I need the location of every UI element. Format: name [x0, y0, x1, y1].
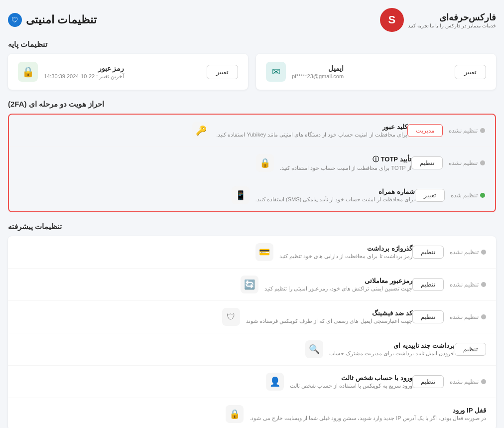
item-text-yubikey: کلید عبور برای محافظت از امنیت حساب خود …	[216, 123, 407, 138]
item-left-totp: تنظیم نشده تنظیم	[411, 156, 485, 169]
item-icon-anti_phishing: 🛡	[222, 308, 240, 326]
btn-yubikey[interactable]: مدیریت	[407, 124, 443, 137]
status-badge-withdrawal: تنظیم نشده	[450, 249, 486, 256]
item-title-ip_lock: قفل IP ورود	[250, 407, 486, 414]
twofa-section: تنظیم نشده مدیریت کلید عبور برای محافظت …	[8, 114, 496, 212]
item-desc-withdrawal: رمز برداشت تا برای محافظت از دارایی های …	[279, 253, 412, 260]
email-title: ایمیل	[292, 64, 344, 72]
logo-text-area: فارکس‌حرفه‌ای خدمات متمایز در فارکس را ب…	[408, 12, 496, 28]
item-left-trade_password: تنظیم نشده تنظیم	[412, 278, 486, 291]
item-left-withdrawal: تنظیم نشده تنظیم	[412, 246, 486, 259]
item-title-mobile: شماره همراه	[255, 188, 415, 195]
email-icon: ✉	[266, 62, 286, 82]
advanced-item-withdrawal: تنظیم نشده تنظیم گذرواژه برداشت رمز بردا…	[8, 236, 496, 269]
status-badge-trade_password: تنظیم نشده	[450, 281, 486, 288]
item-text-trade_password: رمزعبور معاملاتی جهت تضمین ایمنی تراکنش …	[264, 277, 412, 292]
item-right-ip_lock: قفل IP ورود در صورت فعال بودن، اگر با یک…	[18, 405, 486, 423]
logo-title: فارکس‌حرفه‌ای	[408, 12, 496, 23]
btn-trade_password[interactable]: تنظیم	[412, 278, 444, 291]
last-change-value: 22-10-2024 14:30:39	[44, 73, 95, 79]
item-right-totp: تأیید ⓘ TOTP از TOTP برای محافظت از امنی…	[19, 154, 411, 172]
advanced-item-ip_lock: قفل IP ورود در صورت فعال بودن، اگر با یک…	[8, 398, 496, 428]
item-right-yubikey: کلید عبور برای محافظت از امنیت حساب خود …	[19, 122, 407, 140]
status-text-trade_password: تنظیم نشده	[450, 281, 479, 288]
item-text-backup_email: برداشت چند تاییدیه ای افزودن ایمیل تایید…	[329, 342, 455, 357]
item-desc-mobile: برای محافظت از امنیت حساب خود از تأیید پ…	[255, 196, 415, 203]
password-title: رمز عبور	[44, 64, 124, 72]
item-title-backup_email: برداشت چند تاییدیه ای	[329, 342, 455, 349]
item-right-backup_email: برداشت چند تاییدیه ای افزودن ایمیل تایید…	[18, 340, 455, 358]
item-left-yubikey: تنظیم نشده مدیریت	[407, 124, 485, 137]
item-left-third_party: تنظیم نشده تنظیم	[412, 375, 486, 388]
item-title-trade_password: رمزعبور معاملاتی	[264, 277, 412, 285]
advanced-item-anti_phishing: تنظیم نشده تنظیم کد ضد فیشینگ جهت اعتبار…	[8, 301, 496, 333]
status-text-totp: تنظیم نشده	[449, 159, 478, 166]
advanced-item-third_party: تنظیم نشده تنظیم ورود با حساب شخص ثالث و…	[8, 366, 496, 398]
item-desc-backup_email: افزودن ایمیل تایید برداشت برای مدیریت مش…	[329, 350, 455, 357]
status-text-yubikey: تنظیم نشده	[449, 127, 478, 134]
item-title-totp: تأیید ⓘ TOTP	[280, 155, 411, 164]
status-badge-totp: تنظیم نشده	[449, 159, 485, 166]
item-text-third_party: ورود با حساب شخص ثالث ورود سریع به کوینک…	[290, 374, 412, 389]
item-icon-ip_lock: 🔒	[226, 405, 244, 423]
item-title-withdrawal: گذرواژه برداشت	[279, 245, 412, 252]
item-desc-third_party: ورود سریع به کوینکس با استفاده از حساب ش…	[290, 383, 412, 389]
top-header: فارکس‌حرفه‌ای خدمات متمایز در فارکس را ب…	[8, 8, 496, 32]
email-change-button[interactable]: تغییر	[455, 65, 486, 79]
advanced-items-container: تنظیم نشده تنظیم گذرواژه برداشت رمز بردا…	[8, 236, 496, 428]
email-card: تغییر ایمیل pf*****23@gmail.com ✉	[256, 54, 496, 90]
password-change-button[interactable]: تغییر	[207, 65, 238, 79]
item-icon-third_party: 👤	[266, 373, 284, 391]
status-badge-anti_phishing: تنظیم نشده	[450, 313, 486, 320]
twofa-items-container: تنظیم نشده مدیریت کلید عبور برای محافظت …	[9, 115, 495, 211]
shield-icon: 🛡	[8, 13, 22, 27]
item-text-totp: تأیید ⓘ TOTP از TOTP برای محافظت از امنی…	[280, 155, 411, 171]
item-right-third_party: ورود با حساب شخص ثالث ورود سریع به کوینک…	[18, 373, 412, 391]
logo-icon: S	[380, 8, 404, 32]
item-text-mobile: شماره همراه برای محافظت از امنیت حساب خو…	[255, 188, 415, 203]
page-title: تنظیمات امنیتی	[26, 13, 97, 26]
advanced-item-trade_password: تنظیم نشده تنظیم رمزعبور معاملاتی جهت تض…	[8, 269, 496, 301]
btn-backup_email[interactable]: تنظیم	[455, 343, 486, 356]
advanced-item-backup_email: تنظیم برداشت چند تاییدیه ای افزودن ایمیل…	[8, 333, 496, 366]
item-icon-totp: 🔒	[256, 154, 274, 172]
page-title-area: تنظیمات امنیتی 🛡	[8, 13, 97, 27]
password-info: رمز عبور آخرین تغییر : 22-10-2024 14:30:…	[44, 64, 124, 80]
item-icon-backup_email: 🔍	[305, 340, 323, 358]
password-card: تغییر رمز عبور آخرین تغییر : 22-10-2024 …	[8, 54, 248, 90]
status-badge-third_party: تنظیم نشده	[450, 378, 486, 385]
logo-area: فارکس‌حرفه‌ای خدمات متمایز در فارکس را ب…	[380, 8, 496, 32]
btn-anti_phishing[interactable]: تنظیم	[412, 310, 444, 323]
advanced-section: تنظیم نشده تنظیم گذرواژه برداشت رمز بردا…	[8, 236, 496, 428]
status-text-third_party: تنظیم نشده	[450, 378, 479, 385]
password-icon: 🔒	[18, 62, 38, 82]
basic-section-title: تنظیمات پایه	[8, 40, 47, 48]
btn-totp[interactable]: تنظیم	[411, 156, 443, 169]
item-right-trade_password: رمزعبور معاملاتی جهت تضمین ایمنی تراکنش …	[18, 276, 412, 293]
item-desc-anti_phishing: جهت اعتبارسنجی ایمیل های رسمی ای که از ط…	[246, 318, 412, 324]
item-right-anti_phishing: کد ضد فیشینگ جهت اعتبارسنجی ایمیل های رس…	[18, 308, 412, 326]
btn-third_party[interactable]: تنظیم	[412, 375, 444, 388]
email-content: ایمیل pf*****23@gmail.com ✉	[266, 62, 344, 82]
logo-subtitle: خدمات متمایز در فارکس را با ما تجربه کنی…	[408, 23, 496, 28]
status-text-mobile: تنظیم شده	[451, 192, 478, 199]
twofa-item-mobile: تنظیم شده تغییر شماره همراه برای محافظت …	[9, 179, 495, 211]
status-text-anti_phishing: تنظیم نشده	[450, 313, 479, 320]
item-title-third_party: ورود با حساب شخص ثالث	[290, 374, 412, 382]
btn-withdrawal[interactable]: تنظیم	[412, 246, 444, 259]
item-right-mobile: شماره همراه برای محافظت از امنیت حساب خو…	[19, 186, 415, 204]
item-left-backup_email: تنظیم	[455, 343, 486, 356]
btn-mobile[interactable]: تغییر	[415, 189, 445, 202]
item-desc-ip_lock: در صورت فعال بودن، اگر با یک آدرس IP جدی…	[250, 415, 486, 422]
email-value: pf*****23@gmail.com	[292, 73, 344, 79]
item-icon-trade_password: 🔄	[241, 276, 258, 293]
item-title-anti_phishing: کد ضد فیشینگ	[246, 309, 412, 317]
item-left-anti_phishing: تنظیم نشده تنظیم	[412, 310, 486, 323]
status-badge-yubikey: تنظیم نشده	[449, 127, 485, 134]
password-content: رمز عبور آخرین تغییر : 22-10-2024 14:30:…	[18, 62, 124, 82]
item-text-ip_lock: قفل IP ورود در صورت فعال بودن، اگر با یک…	[250, 407, 486, 422]
item-title-yubikey: کلید عبور	[216, 123, 407, 131]
item-text-withdrawal: گذرواژه برداشت رمز برداشت تا برای محافظت…	[279, 245, 412, 260]
twofa-item-totp: تنظیم نشده تنظیم تأیید ⓘ TOTP از TOTP بر…	[9, 147, 495, 179]
basic-settings-row: تغییر ایمیل pf*****23@gmail.com ✉ تغییر …	[8, 54, 496, 90]
